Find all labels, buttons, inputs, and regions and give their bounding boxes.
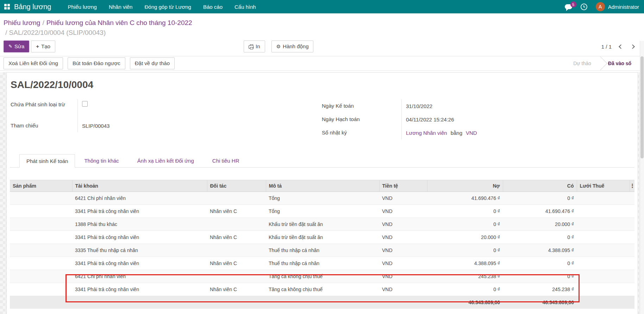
posted-date-label: Ngày Hạch toán xyxy=(322,115,401,124)
menu-item-reports[interactable]: Báo cáo xyxy=(197,0,229,13)
menu-item-payslips[interactable]: Phiếu lương xyxy=(62,0,102,13)
unlink-counterpart-button[interactable]: Xoá Liên kết Đối ứng xyxy=(4,57,63,69)
col-partner[interactable]: Đối tác xyxy=(207,180,266,192)
navbar-right: 5 A Administrator xyxy=(565,2,640,11)
exclude-from-moves-checkbox[interactable] xyxy=(82,101,88,107)
total-debit: 46.343.809,00 xyxy=(427,296,503,309)
move-lines-body: 6421 Chi phí nhân viên Tổng VND 41.690.4… xyxy=(10,192,634,296)
breadcrumb: Phiếu lương/Phiếu lương của Nhân viên C … xyxy=(0,13,644,38)
reset-to-draft-button[interactable]: Đặt về dự thảo xyxy=(130,57,175,69)
col-tax-grid[interactable]: Lưới Thuế xyxy=(577,180,630,192)
table-row[interactable]: 3341 Phải trả công nhân viên Nhân viên C… xyxy=(10,283,634,296)
menu-item-salary-contributions[interactable]: Đóng góp từ Lương xyxy=(138,0,197,13)
table-row[interactable]: 3341 Phải trả công nhân viên Nhân viên C… xyxy=(10,231,634,244)
currency-link[interactable]: VND xyxy=(466,130,477,136)
col-debit[interactable]: Nợ xyxy=(427,180,503,192)
form-sheet: SAL/2022/10/0004 Chứa Phát sinh loại trừ… xyxy=(6,72,638,314)
vertical-scrollbar[interactable] xyxy=(640,41,644,314)
content-background: SAL/2022/10/0004 Chứa Phát sinh loại trừ… xyxy=(0,72,644,314)
table-row[interactable]: 3341 Phải trả công nhân viên Nhân viên C… xyxy=(10,205,634,218)
breadcrumb-current: / SAL/2022/10/0004 (SLIP/00043) xyxy=(4,28,640,38)
messages-count-badge: 5 xyxy=(570,1,576,7)
table-row[interactable]: 3335 Thuế thu nhập cá nhân Thuế thu nhập… xyxy=(10,244,634,257)
optional-columns-icon[interactable]: ⋮ xyxy=(630,183,635,189)
pencil-icon: ✎ xyxy=(8,43,12,50)
accounting-date-value: 31/10/2022 xyxy=(401,99,631,113)
activities-clock-icon[interactable] xyxy=(581,4,587,10)
journal-label: Sổ nhật ký xyxy=(322,128,401,137)
breadcrumb-separator: / xyxy=(40,19,46,26)
page: Bảng lương Phiếu lương Nhân viên Đóng gó… xyxy=(0,0,644,314)
col-credit[interactable]: Có xyxy=(503,180,577,192)
reference-label: Tham chiếu xyxy=(11,121,77,130)
plus-icon: + xyxy=(36,43,39,50)
journal-mid-text: bằng xyxy=(451,130,462,136)
user-name: Administrator xyxy=(608,4,639,10)
reverse-entry-button[interactable]: Bút toán Đảo ngược xyxy=(68,57,125,69)
table-header-row: Sản phẩm Tài khoản Đối tác Mô tả Tiền tệ… xyxy=(10,180,634,192)
pager: 1 / 1 xyxy=(601,44,640,50)
tab-hr-expense[interactable]: Chi tiêu HR xyxy=(206,154,246,167)
table-row[interactable]: 3341 Phải trả công nhân viên Nhân viên C… xyxy=(10,257,634,270)
breadcrumb-parent-link[interactable]: Phiếu lương của Nhân viên C cho tháng 10… xyxy=(46,19,192,26)
control-panel: ✎Sửa +Tạo In ⚙Hành động 1 / 1 xyxy=(0,38,644,56)
scrollbar-thumb[interactable] xyxy=(640,56,644,158)
app-brand[interactable]: Bảng lương xyxy=(14,3,51,11)
record-title: SAL/2022/10/0004 xyxy=(10,78,634,92)
tab-other-info[interactable]: Thông tin khác xyxy=(77,154,125,167)
journal-link[interactable]: Lương Nhân viên xyxy=(406,130,447,136)
action-button[interactable]: ⚙Hành động xyxy=(271,40,314,52)
menu-item-configuration[interactable]: Cấu hình xyxy=(229,0,262,13)
pager-previous-icon[interactable] xyxy=(619,44,623,49)
field-group: Chứa Phát sinh loại trừ Tham chiếu SLIP/… xyxy=(10,99,634,139)
col-label[interactable]: Mô tả xyxy=(266,180,379,192)
col-currency[interactable]: Tiền tệ xyxy=(379,180,427,192)
accounting-date-label: Ngày Kế toán xyxy=(322,102,401,110)
col-product[interactable]: Sản phẩm xyxy=(10,180,72,192)
pager-next-icon[interactable] xyxy=(630,44,635,49)
form-statusbar: Xoá Liên kết Đối ứng Bút toán Đảo ngược … xyxy=(0,56,644,71)
create-button[interactable]: +Tạo xyxy=(31,40,55,52)
table-row[interactable]: 1388 Phải thu khác Khấu trừ tiền đặt suấ… xyxy=(10,218,634,231)
edit-button[interactable]: ✎Sửa xyxy=(4,40,29,52)
top-navbar: Bảng lương Phiếu lương Nhân viên Đóng gó… xyxy=(0,0,644,13)
main-menu: Phiếu lương Nhân viên Đóng góp từ Lương … xyxy=(62,0,262,13)
print-button[interactable]: In xyxy=(244,40,265,52)
breadcrumb-root-link[interactable]: Phiếu lương xyxy=(4,19,40,26)
posted-date-value: 04/11/2022 15:24:26 xyxy=(401,113,631,126)
col-account[interactable]: Tài khoản xyxy=(72,180,207,192)
exclude-from-moves-label: Chứa Phát sinh loại trừ xyxy=(11,99,77,109)
reference-value: SLIP/00043 xyxy=(77,119,236,132)
total-credit: 46.343.809,00 xyxy=(503,296,577,309)
menu-item-employees[interactable]: Nhân viên xyxy=(103,0,139,13)
tab-journal-items[interactable]: Phát sinh Kế toán xyxy=(19,154,75,168)
state-widget: Dự thảo Đã vào sổ xyxy=(565,56,640,70)
apps-grid-icon[interactable] xyxy=(4,4,10,10)
journal-items-table: Sản phẩm Tài khoản Đối tác Mô tả Tiền tệ… xyxy=(10,180,634,309)
pager-value: 1 / 1 xyxy=(601,44,612,50)
table-row[interactable]: 6421 Chi phí nhân viên Tổng VND 41.690.4… xyxy=(10,192,634,205)
table-total-row: 46.343.809,00 46.343.809,00 xyxy=(10,296,634,309)
messages-button[interactable]: 5 xyxy=(565,4,572,9)
notebook-tabs: Phát sinh Kế toán Thông tin khác Ánh xạ … xyxy=(10,154,634,168)
avatar: A xyxy=(596,2,605,11)
gear-icon: ⚙ xyxy=(276,43,281,50)
printer-icon xyxy=(249,45,254,49)
tab-counterpart-mapping[interactable]: Ánh xạ Liên kết Đối ứng xyxy=(131,154,201,167)
user-menu[interactable]: A Administrator xyxy=(596,2,639,11)
table-row[interactable]: 6421 Chi phí nhân viên Tăng ca không chị… xyxy=(10,270,634,283)
